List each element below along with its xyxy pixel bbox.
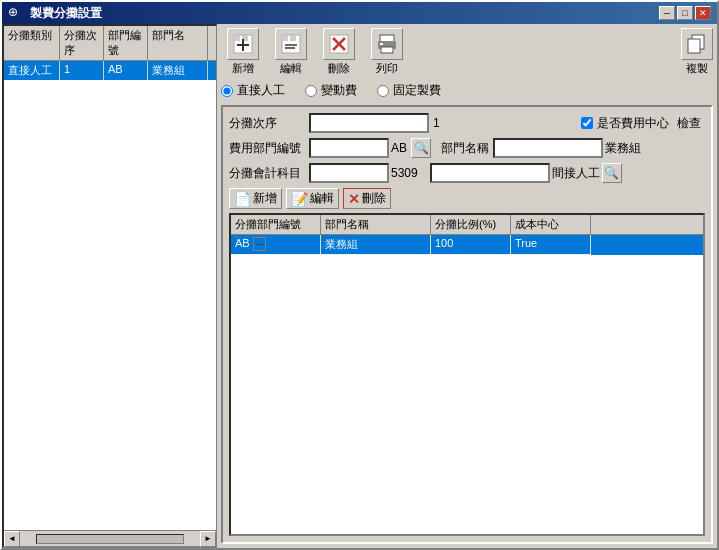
radio-variable-cost[interactable]: 變動費	[305, 82, 357, 99]
form-row-account: 分攤會計科目 5309 間接人工 🔍	[229, 163, 705, 183]
svg-rect-6	[282, 35, 288, 41]
sub-delete-button[interactable]: ✕ 刪除	[343, 188, 391, 209]
delete-label: 刪除	[328, 61, 350, 76]
title-buttons: ─ □ ✕	[659, 6, 711, 20]
seq-input[interactable]	[309, 113, 429, 133]
copy-button[interactable]: 複製	[681, 28, 713, 76]
minimize-button[interactable]: ─	[659, 6, 675, 20]
sub-cell-dept-code: AB ···	[231, 235, 321, 255]
print-button[interactable]: 列印	[365, 28, 409, 76]
print-label: 列印	[376, 61, 398, 76]
sub-header-dept-name: 部門名稱	[321, 215, 431, 234]
svg-rect-15	[381, 47, 393, 53]
cost-center-checkbox-group: 是否費用中心	[581, 115, 669, 132]
main-window: ⊕ 製費分攤設置 ─ □ ✕ 分攤類別 分攤次序 部門編號 部門名	[0, 0, 719, 550]
radio-fixed-cost-input[interactable]	[377, 85, 389, 97]
sub-cell-ratio: 100	[431, 235, 511, 255]
cost-center-label: 是否費用中心	[597, 115, 669, 132]
list-content[interactable]: 直接人工 1 AB 業務組	[4, 61, 216, 530]
dept-code-value: AB	[391, 141, 407, 155]
seq-value-display: 1	[433, 116, 440, 130]
radio-fixed-cost-label: 固定製費	[393, 82, 441, 99]
sub-cell-dept-name: 業務組	[321, 235, 431, 255]
dept-name-label: 部門名稱	[441, 140, 489, 157]
list-cell-name: 業務組	[148, 61, 208, 80]
edit-button[interactable]: 編輯	[269, 28, 313, 76]
dept-code-input[interactable]	[309, 138, 389, 158]
sub-add-button[interactable]: 📄 新增	[229, 188, 282, 209]
list-cell-type: 直接人工	[4, 61, 60, 80]
list-header: 分攤類別 分攤次序 部門編號 部門名	[4, 26, 216, 61]
delete-button[interactable]: 刪除	[317, 28, 361, 76]
radio-direct-labor-label: 直接人工	[237, 82, 285, 99]
list-header-name: 部門名	[148, 26, 208, 60]
window-title: 製費分攤設置	[30, 5, 102, 22]
sub-delete-icon: ✕	[348, 191, 360, 207]
copy-label: 複製	[686, 61, 708, 76]
add-label: 新增	[232, 61, 254, 76]
left-panel: 分攤類別 分攤次序 部門編號 部門名 直接人工 1 AB 業務組	[2, 24, 217, 548]
sub-edit-button[interactable]: 📝 編輯	[286, 188, 339, 209]
detail-section: 分攤次序 1 是否費用中心 檢查 費用部門編號	[221, 105, 713, 544]
list-header-type: 分攤類別	[4, 26, 60, 60]
list-cell-seq: 1	[60, 61, 104, 80]
main-toolbar: 新增 編輯	[221, 28, 713, 76]
sub-header-ratio: 分攤比例(%)	[431, 215, 511, 234]
sub-add-icon: 📄	[234, 191, 251, 207]
maximize-button[interactable]: □	[677, 6, 693, 20]
sub-cell-cost-center: True	[511, 235, 591, 255]
delete-icon	[323, 28, 355, 60]
print-icon	[371, 28, 403, 60]
verify-button[interactable]: 檢查	[673, 115, 705, 132]
account-name-input[interactable]	[430, 163, 550, 183]
list-header-seq: 分攤次序	[60, 26, 104, 60]
sub-header-cost-center: 成本中心	[511, 215, 591, 234]
list-header-code: 部門編號	[104, 26, 148, 60]
sub-toolbar: 📄 新增 📝 編輯 ✕ 刪除	[229, 188, 705, 209]
dept-name-value: 業務組	[605, 140, 641, 157]
svg-rect-16	[380, 43, 383, 45]
dept-name-input[interactable]	[493, 138, 603, 158]
sub-table-row[interactable]: AB ··· 業務組 100 True	[231, 235, 703, 255]
form-row-seq: 分攤次序 1 是否費用中心 檢查	[229, 113, 705, 133]
radio-variable-cost-label: 變動費	[321, 82, 357, 99]
list-cell-code: AB	[104, 61, 148, 80]
dept-code-search-btn[interactable]: 🔍	[411, 138, 431, 158]
seq-label: 分攤次序	[229, 115, 309, 132]
sub-table[interactable]: 分攤部門編號 部門名稱 分攤比例(%) 成本中心 AB ··· 業務組 100	[229, 213, 705, 536]
radio-direct-labor-input[interactable]	[221, 85, 233, 97]
form-row-dept: 費用部門編號 AB 🔍 部門名稱 業務組	[229, 138, 705, 158]
copy-icon	[681, 28, 713, 60]
account-name-value: 間接人工	[552, 165, 600, 182]
sub-delete-label: 刪除	[362, 190, 386, 207]
cost-center-checkbox[interactable]	[581, 117, 593, 129]
sub-table-header: 分攤部門編號 部門名稱 分攤比例(%) 成本中心	[231, 215, 703, 235]
svg-rect-18	[688, 39, 700, 53]
sub-edit-icon: 📝	[291, 191, 308, 207]
app-icon: ⊕	[8, 5, 24, 21]
radio-direct-labor[interactable]: 直接人工	[221, 82, 285, 99]
add-button[interactable]: 新增	[221, 28, 265, 76]
list-row[interactable]: 直接人工 1 AB 業務組	[4, 61, 216, 80]
svg-rect-7	[290, 35, 296, 41]
edit-icon	[275, 28, 307, 60]
radio-row: 直接人工 變動費 固定製費	[221, 82, 713, 99]
radio-fixed-cost[interactable]: 固定製費	[377, 82, 441, 99]
scroll-right-btn[interactable]: ►	[200, 531, 216, 547]
window-body: 分攤類別 分攤次序 部門編號 部門名 直接人工 1 AB 業務組	[2, 24, 717, 548]
add-icon	[227, 28, 259, 60]
radio-variable-cost-input[interactable]	[305, 85, 317, 97]
right-panel: 新增 編輯	[217, 24, 717, 548]
scrollbar-track[interactable]	[36, 534, 184, 544]
title-bar-left: ⊕ 製費分攤設置	[8, 5, 102, 22]
account-label: 分攤會計科目	[229, 165, 309, 182]
dept-code-label: 費用部門編號	[229, 140, 309, 157]
close-button[interactable]: ✕	[695, 6, 711, 20]
account-input[interactable]	[309, 163, 389, 183]
horizontal-scrollbar[interactable]: ◄ ►	[4, 530, 216, 546]
sub-edit-label: 編輯	[310, 190, 334, 207]
dots-button[interactable]: ···	[253, 237, 267, 251]
edit-label: 編輯	[280, 61, 302, 76]
account-search-btn[interactable]: 🔍	[602, 163, 622, 183]
scroll-left-btn[interactable]: ◄	[4, 531, 20, 547]
